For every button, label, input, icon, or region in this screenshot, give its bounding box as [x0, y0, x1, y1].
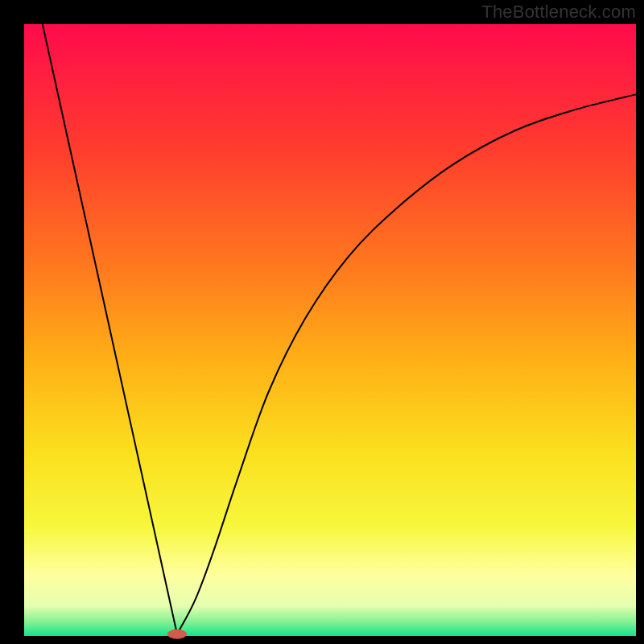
minimum-marker [167, 630, 187, 639]
gradient-background [24, 24, 636, 636]
watermark-text: TheBottleneck.com [481, 2, 636, 23]
chart-frame: TheBottleneck.com [0, 0, 644, 644]
bottleneck-chart [0, 0, 644, 644]
